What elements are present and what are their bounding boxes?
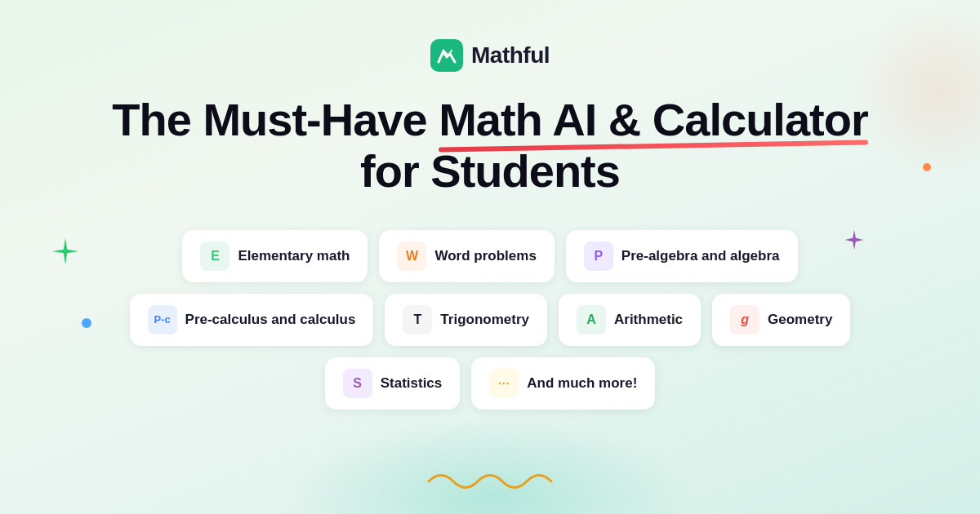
tag-elementary-math[interactable]: E Elementary math bbox=[182, 230, 368, 282]
pre-calculus-label: Pre-calculus and calculus bbox=[185, 312, 356, 328]
brand-name: Mathful bbox=[471, 42, 550, 69]
arithmetic-label: Arithmetic bbox=[614, 312, 683, 328]
word-problems-icon: W bbox=[397, 241, 426, 271]
trigonometry-label: Trigonometry bbox=[440, 312, 529, 328]
wavy-line-decoration bbox=[425, 465, 555, 498]
main-container: Mathful The Must-Have Math AI & Calculat… bbox=[0, 0, 980, 410]
statistics-icon: S bbox=[343, 369, 372, 398]
statistics-label: Statistics bbox=[381, 375, 443, 392]
pre-calculus-icon: P-c bbox=[148, 305, 177, 335]
logo-icon bbox=[430, 39, 463, 72]
geometry-label: Geometry bbox=[768, 312, 832, 328]
arithmetic-icon: A bbox=[577, 305, 606, 335]
elementary-math-label: Elementary math bbox=[238, 248, 350, 264]
tag-word-problems[interactable]: W Word problems bbox=[379, 230, 554, 282]
geometry-icon: g bbox=[730, 305, 760, 335]
trigonometry-icon: T bbox=[403, 305, 432, 335]
more-label: And much more! bbox=[527, 375, 637, 392]
tags-row-1: E Elementary math W Word problems P Pre-… bbox=[182, 230, 797, 282]
pre-algebra-label: Pre-algebra and algebra bbox=[621, 248, 780, 264]
headline: The Must-Have Math AI & Calculator for S… bbox=[112, 95, 867, 197]
headline-line2: for Students bbox=[112, 145, 867, 197]
headline-line1: The Must-Have Math AI & Calculator bbox=[112, 95, 867, 145]
tag-trigonometry[interactable]: T Trigonometry bbox=[385, 294, 547, 346]
tag-more[interactable]: ··· And much more! bbox=[471, 357, 655, 410]
tag-pre-calculus[interactable]: P-c Pre-calculus and calculus bbox=[130, 294, 374, 346]
pre-algebra-icon: P bbox=[584, 241, 613, 271]
headline-underline: Math AI & Calculator bbox=[439, 95, 868, 145]
tags-row-2: P-c Pre-calculus and calculus T Trigonom… bbox=[130, 294, 851, 346]
word-problems-label: Word problems bbox=[434, 248, 536, 264]
tags-container: E Elementary math W Word problems P Pre-… bbox=[0, 230, 980, 410]
elementary-math-icon: E bbox=[200, 241, 229, 271]
tag-arithmetic[interactable]: A Arithmetic bbox=[559, 294, 701, 346]
tags-row-3: S Statistics ··· And much more! bbox=[325, 357, 656, 410]
tag-statistics[interactable]: S Statistics bbox=[325, 357, 461, 410]
more-icon: ··· bbox=[489, 369, 519, 398]
tag-geometry[interactable]: g Geometry bbox=[712, 294, 850, 346]
tag-pre-algebra[interactable]: P Pre-algebra and algebra bbox=[566, 230, 798, 282]
logo-area: Mathful bbox=[430, 39, 550, 72]
